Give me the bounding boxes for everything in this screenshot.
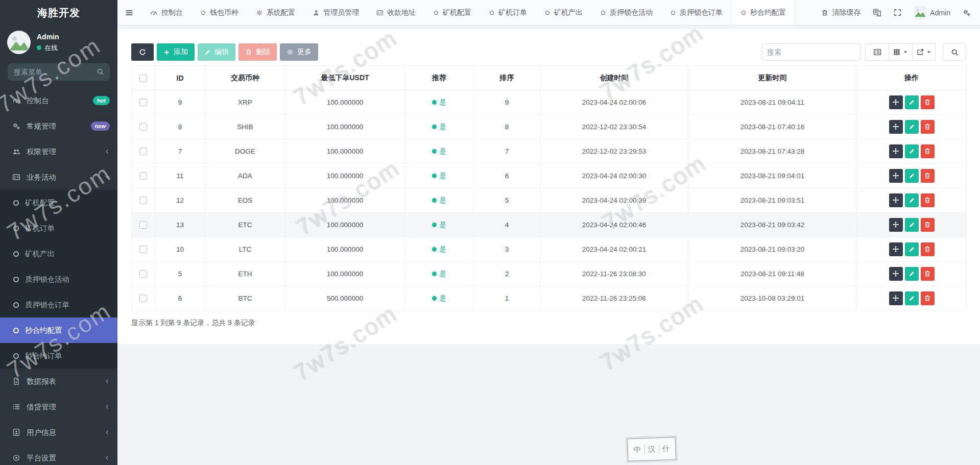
drag-sort-button[interactable]: [889, 144, 903, 158]
sidebar-subitem-质押锁仓订单[interactable]: 质押锁仓订单: [0, 292, 117, 317]
tab-矿机产出[interactable]: 矿机产出: [536, 0, 591, 25]
row-delete-button[interactable]: [921, 291, 935, 305]
drag-sort-button[interactable]: [889, 193, 903, 207]
sidebar-subitem-矿机配置[interactable]: 矿机配置: [0, 190, 117, 215]
row-checkbox[interactable]: [139, 197, 147, 204]
row-delete-button[interactable]: [921, 193, 935, 207]
row-edit-button[interactable]: [905, 242, 919, 256]
table-row-SHIB[interactable]: 8SHIB100.000000是82022-12-02 23:30:542023…: [132, 115, 967, 139]
sidebar-search-input[interactable]: [8, 63, 110, 81]
drag-sort-button[interactable]: [889, 291, 903, 305]
detail-view-button[interactable]: [865, 43, 889, 61]
row-checkbox[interactable]: [139, 172, 147, 180]
tab-秒合约配置[interactable]: 秒合约配置: [731, 0, 795, 25]
user-menu[interactable]: Admin: [914, 6, 950, 19]
clear-cache-button[interactable]: 清除缓存: [821, 8, 861, 17]
sidebar-subitem-质押锁仓活动[interactable]: 质押锁仓活动: [0, 266, 117, 292]
sidebar-item-常规管理[interactable]: 常规管理new: [0, 113, 117, 139]
table-row-ETH[interactable]: 5ETH100.000000是22022-11-26 23:08:302023-…: [132, 262, 967, 286]
cell-created: 2023-04-24 02:00:46: [540, 213, 688, 237]
cell-sort: 3: [474, 237, 540, 262]
table-row-EOS[interactable]: 12EOS100.000000是52023-04-24 02:00:392023…: [132, 188, 967, 213]
row-edit-button[interactable]: [905, 291, 919, 305]
cell-updated: 2023-08-21 09:04:11: [688, 90, 857, 115]
export-button[interactable]: [912, 43, 936, 61]
tab-质押锁仓活动[interactable]: 质押锁仓活动: [591, 0, 661, 25]
sidebar-subitem-秒合约配置[interactable]: 秒合约配置: [0, 317, 117, 343]
add-button[interactable]: 添加: [157, 43, 195, 61]
row-edit-button[interactable]: [905, 169, 919, 183]
table-row-BTC[interactable]: 6BTC500.000000是12022-11-26 23:25:062023-…: [132, 286, 967, 311]
edit-button[interactable]: 编辑: [198, 43, 235, 61]
row-edit-button[interactable]: [905, 218, 919, 232]
sidebar-item-控制台[interactable]: 控制台hot: [0, 88, 117, 113]
settings-gears-icon[interactable]: [963, 9, 971, 17]
refresh-button[interactable]: [131, 43, 154, 61]
row-delete-button[interactable]: [921, 169, 935, 183]
row-delete-button[interactable]: [921, 144, 935, 158]
trash-icon: [924, 221, 931, 228]
search-submit-button[interactable]: [943, 43, 966, 61]
tab-质押锁仓订单[interactable]: 质押锁仓订单: [661, 0, 731, 25]
tab-矿机配置[interactable]: 矿机配置: [424, 0, 480, 25]
sidebar-subitem-秒合约订单[interactable]: 秒合约订单: [0, 343, 117, 369]
drag-sort-button[interactable]: [889, 218, 903, 232]
row-delete-button[interactable]: [921, 218, 935, 232]
hamburger-menu-icon[interactable]: [117, 0, 141, 25]
row-delete-button[interactable]: [921, 267, 935, 281]
row-delete-button[interactable]: [921, 95, 935, 109]
sidebar-subitem-矿机产出[interactable]: 矿机产出: [0, 241, 117, 266]
row-checkbox[interactable]: [139, 246, 147, 253]
table-row-XRP[interactable]: 9XRP100.000000是92023-04-24 02:00:062023-…: [132, 90, 967, 115]
row-edit-button[interactable]: [905, 120, 919, 134]
drag-sort-button[interactable]: [889, 95, 903, 109]
columns-button[interactable]: [889, 43, 912, 61]
table-row-ETC[interactable]: 13ETC100.000000是42023-04-24 02:00:462023…: [132, 213, 967, 237]
move-icon: [892, 148, 899, 155]
table-search-input[interactable]: [761, 43, 861, 61]
sidebar-item-平台设置[interactable]: 平台设置: [0, 445, 117, 465]
drag-sort-button[interactable]: [889, 267, 903, 281]
row-edit-button[interactable]: [905, 193, 919, 207]
cell-updated: 2023-08-21 09:11:48: [688, 262, 857, 286]
drag-sort-button[interactable]: [889, 242, 903, 256]
sidebar-item-用户信息[interactable]: 用户信息: [0, 420, 117, 445]
tab-控制台[interactable]: 控制台: [141, 0, 192, 25]
language-icon[interactable]: [873, 8, 881, 17]
fullscreen-icon[interactable]: [894, 9, 901, 16]
row-delete-button[interactable]: [921, 120, 935, 134]
select-all-checkbox[interactable]: [139, 75, 147, 82]
sidebar-item-权限管理[interactable]: 权限管理: [0, 139, 117, 164]
more-button[interactable]: 更多: [280, 43, 318, 61]
row-delete-button[interactable]: [921, 242, 935, 256]
tab-钱包币种[interactable]: 钱包币种: [192, 0, 247, 25]
row-checkbox[interactable]: [139, 295, 147, 302]
tab-收款地址[interactable]: 收款地址: [368, 0, 424, 25]
row-checkbox[interactable]: [139, 99, 147, 106]
delete-button[interactable]: 删除: [238, 43, 277, 61]
table-row-DOGE[interactable]: 7DOGE100.000000是72022-12-02 23:29:532023…: [132, 139, 967, 164]
pencil-icon: [909, 222, 915, 228]
user-panel: Admin 在线: [0, 26, 117, 60]
move-icon: [892, 270, 899, 277]
row-checkbox[interactable]: [139, 123, 147, 131]
sidebar-item-业务活动[interactable]: 业务活动: [0, 164, 117, 190]
sidebar-item-借贷管理[interactable]: 借贷管理: [0, 394, 117, 420]
move-icon: [892, 246, 899, 253]
drag-sort-button[interactable]: [889, 120, 903, 134]
row-edit-button[interactable]: [905, 267, 919, 281]
row-checkbox[interactable]: [139, 221, 147, 229]
row-edit-button[interactable]: [905, 95, 919, 109]
circle-icon: [433, 10, 439, 16]
table-row-ADA[interactable]: 11ADA100.000000是62023-04-24 02:00:302023…: [132, 164, 967, 188]
tab-系统配置[interactable]: 系统配置: [247, 0, 304, 25]
sidebar-item-数据报表[interactable]: 数据报表: [0, 369, 117, 394]
table-row-LTC[interactable]: 10LTC100.000000是32023-04-24 02:00:212023…: [132, 237, 967, 262]
sidebar-subitem-矿机订单[interactable]: 矿机订单: [0, 215, 117, 241]
tab-管理员管理[interactable]: 管理员管理: [304, 0, 368, 25]
row-edit-button[interactable]: [905, 144, 919, 158]
row-checkbox[interactable]: [139, 270, 147, 278]
tab-矿机订单[interactable]: 矿机订单: [480, 0, 536, 25]
drag-sort-button[interactable]: [889, 169, 903, 183]
row-checkbox[interactable]: [139, 148, 147, 155]
